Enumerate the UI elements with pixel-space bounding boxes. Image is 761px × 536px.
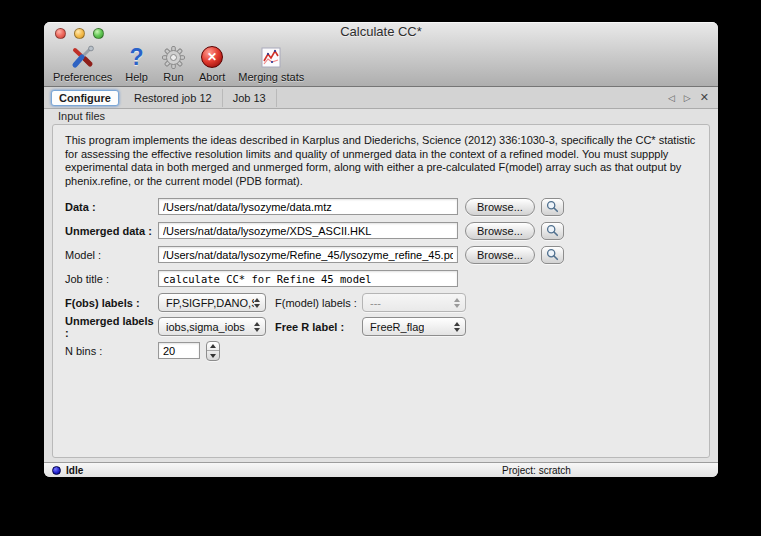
abort-icon: ✕ <box>201 44 223 70</box>
toolbar-label: Merging stats <box>238 71 304 83</box>
status-indicator-icon <box>52 466 61 475</box>
fmodel-labels-label: F(model) labels : <box>275 297 362 309</box>
toolbar: Preferences ? Help <box>44 42 718 86</box>
merging-stats-chart-icon <box>259 44 283 70</box>
content-panel: Input files This program implements the … <box>44 109 718 462</box>
field-row-unmerged-data: Unmerged data : Browse... <box>65 221 709 240</box>
data-inspect-button[interactable] <box>541 198 564 216</box>
job-title-label: Job title : <box>65 273 158 285</box>
tab-prev-icon[interactable]: ◁ <box>668 93 675 103</box>
fmodel-labels-select: --- <box>362 293 466 312</box>
gear-icon <box>161 44 186 70</box>
status-text: Idle <box>66 465 83 476</box>
toolbar-label: Run <box>163 71 183 83</box>
tab-bar: Configure Restored job 12 Job 13 ◁ ▷ ✕ <box>44 87 718 109</box>
field-row-data: Data : Browse... <box>65 197 709 216</box>
field-row-labels-1: F(obs) labels : FP,SIGFP,DANO,SI... F(mo… <box>65 293 709 312</box>
model-browse-button[interactable]: Browse... <box>465 246 535 264</box>
app-window: Calculate CC* Preferences ? Help <box>44 22 718 477</box>
window-header: Calculate CC* Preferences ? Help <box>44 22 718 87</box>
unmerged-data-label: Unmerged data : <box>65 225 158 237</box>
chevron-updown-icon <box>454 298 465 308</box>
traffic-lights <box>55 28 104 39</box>
toolbar-label: Abort <box>199 71 225 83</box>
help-icon: ? <box>130 44 144 70</box>
unmerged-data-browse-button[interactable]: Browse... <box>465 222 535 240</box>
unmerged-labels-label: Unmerged labels : <box>65 315 158 339</box>
tab-nav: ◁ ▷ ✕ <box>668 91 718 104</box>
fobs-labels-select[interactable]: FP,SIGFP,DANO,SI... <box>158 293 266 312</box>
fobs-labels-label: F(obs) labels : <box>65 297 158 309</box>
minimize-button[interactable] <box>74 28 85 39</box>
tab-next-icon[interactable]: ▷ <box>684 93 691 103</box>
data-browse-button[interactable]: Browse... <box>465 198 535 216</box>
field-row-model: Model : Browse... <box>65 245 709 264</box>
tab-restored-job-12[interactable]: Restored job 12 <box>124 89 223 107</box>
stepper-down-button[interactable] <box>207 351 219 360</box>
window-title: Calculate CC* <box>44 22 718 42</box>
chevron-updown-icon <box>254 322 265 332</box>
job-title-input[interactable] <box>158 270 458 287</box>
data-label: Data : <box>65 201 158 213</box>
unmerged-data-path-input[interactable] <box>158 222 458 239</box>
tab-configure[interactable]: Configure <box>51 90 119 106</box>
tools-icon <box>70 44 96 70</box>
status-bar: Idle Project: scratch <box>44 462 718 477</box>
chevron-updown-icon <box>254 298 265 308</box>
field-row-labels-2: Unmerged labels : iobs,sigma_iobs Free R… <box>65 317 709 336</box>
toolbar-label: Preferences <box>53 71 112 83</box>
tab-job-13[interactable]: Job 13 <box>223 89 277 107</box>
zoom-button[interactable] <box>93 28 104 39</box>
project-label: Project: scratch <box>502 465 571 476</box>
field-row-n-bins: N bins : <box>65 341 709 360</box>
toolbar-button-help[interactable]: ? Help <box>125 44 148 83</box>
n-bins-label: N bins : <box>65 345 158 357</box>
data-path-input[interactable] <box>158 198 458 215</box>
free-r-label-select[interactable]: FreeR_flag <box>362 317 466 336</box>
tab-close-icon[interactable]: ✕ <box>700 91 709 104</box>
input-files-groupbox: This program implements the ideas descri… <box>52 124 710 458</box>
stepper-up-button[interactable] <box>207 342 219 352</box>
model-label: Model : <box>65 249 158 261</box>
model-path-input[interactable] <box>158 246 458 263</box>
toolbar-button-merging-stats[interactable]: Merging stats <box>238 44 304 83</box>
toolbar-button-preferences[interactable]: Preferences <box>53 44 112 83</box>
magnifier-icon <box>546 224 559 237</box>
unmerged-labels-select[interactable]: iobs,sigma_iobs <box>158 317 266 336</box>
window-titlebar[interactable]: Calculate CC* <box>44 22 718 42</box>
model-inspect-button[interactable] <box>541 246 564 264</box>
n-bins-stepper <box>206 341 220 361</box>
free-r-label-label: Free R label : <box>275 321 362 333</box>
toolbar-button-run[interactable]: Run <box>161 44 186 83</box>
toolbar-button-abort[interactable]: ✕ Abort <box>199 44 225 83</box>
program-description: This program implements the ideas descri… <box>53 125 709 192</box>
toolbar-label: Help <box>125 71 148 83</box>
n-bins-input[interactable] <box>158 342 200 359</box>
magnifier-icon <box>546 200 559 213</box>
field-row-job-title: Job title : <box>65 269 709 288</box>
magnifier-icon <box>546 248 559 261</box>
section-label-input-files: Input files <box>58 110 718 123</box>
chevron-updown-icon <box>454 322 465 332</box>
close-button[interactable] <box>55 28 66 39</box>
unmerged-data-inspect-button[interactable] <box>541 222 564 240</box>
